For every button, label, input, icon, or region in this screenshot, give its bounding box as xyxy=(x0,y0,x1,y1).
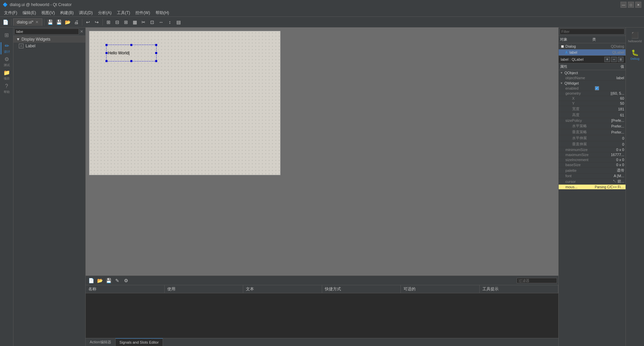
prop-row-sizepolicy[interactable]: sizePolicy [Prefe... xyxy=(559,118,626,123)
prop-row-vpolicy[interactable]: 垂直策略 Prefer... xyxy=(559,129,626,135)
resize-handle-br[interactable] xyxy=(155,60,157,62)
toolbar-redo[interactable]: ↪ xyxy=(93,18,101,26)
debug-item-debug[interactable]: 🐛 Debug xyxy=(627,46,643,63)
resize-handle-bm[interactable] xyxy=(130,60,132,62)
toolbar-layout-h[interactable]: ⊞ xyxy=(104,18,113,26)
file-tab-close[interactable]: ✕ xyxy=(35,20,39,24)
prop-row-x[interactable]: X 60 xyxy=(559,96,626,101)
prop-row-font[interactable]: font A [M... xyxy=(559,174,626,179)
bottom-filter-input[interactable] xyxy=(517,278,557,283)
dialog-canvas[interactable]: Hello World| xyxy=(89,31,281,175)
remove-property-btn[interactable]: − xyxy=(611,57,617,62)
toolbar-edit-mode[interactable]: ▤ xyxy=(174,18,182,26)
prop-name-objectname: objectName xyxy=(560,76,595,80)
minimize-button[interactable]: — xyxy=(620,2,627,8)
prop-row-objectname[interactable]: objectName label xyxy=(559,76,626,81)
toolbar-undo[interactable]: ↩ xyxy=(84,18,92,26)
object-class-header: 对象 类 xyxy=(559,36,626,43)
bottom-new[interactable]: 📄 xyxy=(87,277,95,285)
resize-handle-tm[interactable] xyxy=(130,44,132,46)
prop-row-hpolicy[interactable]: 水平策略 Prefer... xyxy=(559,123,626,129)
menu-analyze[interactable]: 分析(A) xyxy=(95,9,114,16)
prop-row-palette[interactable]: palette 遗传 xyxy=(559,167,626,174)
menu-controls[interactable]: 控件(W) xyxy=(133,9,153,16)
prop-row-basesize[interactable]: baseSize 0 x 0 xyxy=(559,162,626,167)
resize-handle-ml[interactable] xyxy=(105,52,108,54)
toolbar-layout-v[interactable]: ⊟ xyxy=(113,18,121,26)
activitybar: ⊞ ✏ 设计 ⚙ 测试 📁 项目 ? 帮助 xyxy=(0,28,13,346)
prop-row-geometry[interactable]: geometry [(60, 5... xyxy=(559,91,626,96)
activity-design-label: 设计 xyxy=(4,50,10,54)
prop-row-minsize[interactable]: minimumSize 0 x 0 xyxy=(559,147,626,152)
menu-build[interactable]: 构建(B) xyxy=(57,9,76,16)
toolbar-save[interactable]: 💾 xyxy=(46,18,54,26)
helloworld-icon: ⬛ xyxy=(631,32,639,39)
bottom-action[interactable]: ✎ xyxy=(113,277,121,285)
toolbar-spacer-v[interactable]: ↕ xyxy=(166,18,174,26)
maximize-button[interactable]: □ xyxy=(628,2,634,8)
toolbar-save-all[interactable]: 💾 xyxy=(55,18,63,26)
menu-help[interactable]: 帮助(H) xyxy=(153,9,172,16)
file-tab[interactable]: dialog.ui* ✕ xyxy=(13,18,42,26)
close-button[interactable]: ✕ xyxy=(635,2,641,8)
tree-item-dialog[interactable]: 🔲 Dialog QDialog xyxy=(559,43,626,49)
enabled-checkbox[interactable]: ✓ xyxy=(595,86,599,90)
prop-name-x: X xyxy=(567,96,598,100)
bottom-edit[interactable]: ⚙ xyxy=(122,277,130,285)
right-filter-input[interactable] xyxy=(560,29,625,35)
activity-help[interactable]: ? 帮助 xyxy=(1,83,13,95)
widget-category-display[interactable]: ▼ Display Widgets xyxy=(13,36,85,43)
toolbar-layout-adjust[interactable]: ⊡ xyxy=(148,18,156,26)
tab-signals-slots[interactable]: Signals and Slots Editor xyxy=(116,338,163,346)
toolbar-layout-break[interactable]: ✂ xyxy=(139,18,147,26)
label-widget[interactable]: Hello World| xyxy=(106,45,157,61)
widget-search-clear[interactable]: ✕ xyxy=(79,29,84,34)
resize-handle-bl[interactable] xyxy=(105,60,108,62)
bottom-open[interactable]: 📂 xyxy=(96,277,104,285)
bottom-save[interactable]: 💾 xyxy=(104,277,113,285)
resize-handle-tl[interactable] xyxy=(105,44,108,46)
prop-val-objectname: label xyxy=(595,76,625,80)
toolbar-layout-grid[interactable]: ⊞ xyxy=(122,18,130,26)
menu-file[interactable]: 文件(F) xyxy=(1,9,20,16)
toolbar-open[interactable]: 📂 xyxy=(63,18,72,26)
prop-group-qwidget[interactable]: ▼ QWidget xyxy=(559,81,626,86)
toolbar-layout-form[interactable]: ▦ xyxy=(131,18,139,26)
toolbar-print[interactable]: 🖨 xyxy=(72,18,80,26)
activity-test[interactable]: ⚙ 测试 xyxy=(1,56,13,68)
add-property-btn[interactable]: + xyxy=(604,57,610,62)
prop-row-y[interactable]: Y 50 xyxy=(559,101,626,106)
prop-row-maxsize[interactable]: maximumSize 16777... xyxy=(559,152,626,157)
filter-action-btns: + − ≡ xyxy=(604,57,624,62)
widget-search-input[interactable] xyxy=(14,29,79,35)
widget-item-label[interactable]: A Label xyxy=(13,43,85,49)
prop-row-mouse[interactable]: mous... Parsing C/C++ Files... xyxy=(559,185,626,190)
activity-project[interactable]: 📁 项目 xyxy=(1,69,13,81)
activity-design[interactable]: ✏ 设计 xyxy=(1,42,13,54)
prop-row-hstretch[interactable]: 水平伸展 0 xyxy=(559,135,626,141)
prop-row-enabled[interactable]: enabled ✓ xyxy=(559,86,626,91)
toolbar-new[interactable]: 📄 xyxy=(1,18,9,26)
tree-item-label[interactable]: A label QLabel xyxy=(559,49,626,55)
menu-debug[interactable]: 调试(D) xyxy=(76,9,95,16)
prop-val-cursor: ↖ 箭... xyxy=(595,179,625,184)
prop-row-cursor[interactable]: cursor ↖ 箭... xyxy=(559,179,626,185)
prop-group-qobject[interactable]: ▼ QObject xyxy=(559,70,626,76)
prop-row-height[interactable]: 高度 61 xyxy=(559,112,626,118)
prop-row-width[interactable]: 宽度 181 xyxy=(559,106,626,112)
prop-row-sizeincrement[interactable]: sizeIncrement 0 x 0 xyxy=(559,157,626,162)
resize-handle-tr[interactable] xyxy=(155,44,157,46)
resize-handle-mr[interactable] xyxy=(155,52,157,54)
activity-widgets[interactable]: ⊞ xyxy=(1,29,13,41)
more-property-btn[interactable]: ≡ xyxy=(618,57,624,62)
titlebar: 🔷 dialog.ui @ helloworld - Qt Creator — … xyxy=(0,0,644,9)
debug-icon: 🐛 xyxy=(631,49,639,56)
tab-action-editor[interactable]: Action编辑器 xyxy=(86,338,116,346)
toolbar-spacer-h[interactable]: ↔ xyxy=(157,18,165,26)
menu-edit[interactable]: 编辑(E) xyxy=(20,9,39,16)
prop-row-vstretch[interactable]: 垂直伸展 0 xyxy=(559,141,626,147)
debug-item-helloworld[interactable]: ⬛ helloworld xyxy=(627,29,643,46)
menu-view[interactable]: 视图(V) xyxy=(39,9,57,16)
menu-tools[interactable]: 工具(T) xyxy=(114,9,133,16)
canvas-container[interactable]: Hello World| xyxy=(86,28,558,276)
